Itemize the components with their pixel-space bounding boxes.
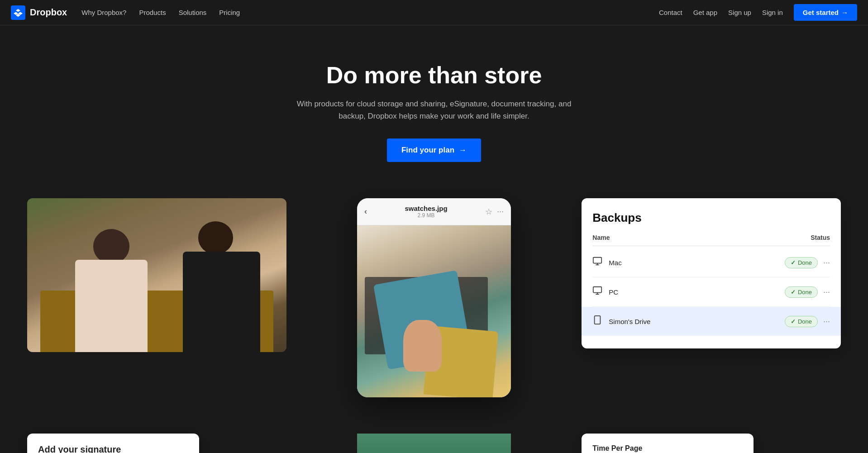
center-bottom bbox=[305, 434, 564, 453]
pc-device-name: PC bbox=[609, 288, 618, 296]
hero-photo bbox=[27, 198, 286, 352]
phone-title-area: swatches.jpg 2.9 MB bbox=[372, 205, 480, 219]
col-name-header: Name bbox=[592, 234, 610, 241]
mac-device-name: Mac bbox=[609, 259, 621, 267]
svg-rect-3 bbox=[593, 287, 601, 293]
phone-filesize: 2.9 MB bbox=[372, 212, 480, 219]
bottom-section: Add your signature Draw it in ∫ Time Per… bbox=[0, 434, 868, 453]
signature-card-wrapper: Add your signature Draw it in ∫ bbox=[27, 434, 286, 453]
navbar: Dropbox Why Dropbox? Products Solutions … bbox=[0, 0, 868, 25]
backup-row-right-simons: Done ··· bbox=[785, 316, 830, 327]
phone-more-icon[interactable]: ··· bbox=[497, 207, 504, 216]
backup-row-simons-drive: Simon's Drive Done ··· bbox=[582, 307, 841, 336]
person2-body bbox=[183, 252, 261, 353]
phone-continuation bbox=[357, 434, 511, 453]
hero-section: Do more than store With products for clo… bbox=[0, 25, 868, 189]
col-status-header: Status bbox=[811, 234, 830, 241]
backup-row-right-pc: Done ··· bbox=[785, 286, 830, 298]
pc-icon bbox=[592, 286, 602, 298]
find-plan-label: Find your plan bbox=[401, 146, 454, 155]
simons-drive-icon bbox=[592, 315, 602, 328]
time-chart-wrapper: Time Per Page bbox=[582, 434, 841, 453]
pc-status-badge: Done bbox=[785, 286, 818, 298]
monitor-icon bbox=[592, 256, 602, 266]
dropbox-logo-icon bbox=[14, 8, 23, 17]
pc-monitor-icon bbox=[592, 286, 602, 296]
phone-frame: ‹ swatches.jpg 2.9 MB ☆ ··· bbox=[357, 198, 511, 397]
nav-contact[interactable]: Contact bbox=[659, 9, 682, 16]
nav-right: Contact Get app Sign up Sign in Get star… bbox=[659, 4, 857, 21]
svg-rect-0 bbox=[593, 257, 601, 263]
nav-link-solutions[interactable]: Solutions bbox=[179, 9, 207, 16]
person1-head bbox=[93, 229, 129, 263]
hero-title: Do more than store bbox=[9, 62, 859, 89]
nav-get-app[interactable]: Get app bbox=[693, 9, 717, 16]
phone-tablet-icon bbox=[592, 315, 602, 325]
phone-image-content bbox=[357, 225, 511, 397]
hand-shape bbox=[403, 320, 442, 372]
person1-body bbox=[75, 260, 148, 352]
person2-head bbox=[198, 221, 233, 254]
backup-row-left-simons: Simon's Drive bbox=[592, 315, 650, 328]
hero-subtitle: With products for cloud storage and shar… bbox=[294, 98, 574, 122]
nav-link-why[interactable]: Why Dropbox? bbox=[81, 9, 126, 16]
mac-status-badge: Done bbox=[785, 257, 818, 268]
person1 bbox=[66, 229, 157, 352]
get-started-label: Get started bbox=[803, 9, 839, 16]
find-plan-button[interactable]: Find your plan → bbox=[387, 138, 481, 162]
nav-link-pricing[interactable]: Pricing bbox=[219, 9, 240, 16]
simons-drive-name: Simon's Drive bbox=[609, 318, 650, 325]
logo-text: Dropbox bbox=[30, 7, 67, 18]
pc-more-button[interactable]: ··· bbox=[823, 287, 830, 297]
find-plan-arrow: → bbox=[459, 146, 467, 155]
get-started-arrow: → bbox=[841, 9, 848, 16]
get-started-button[interactable]: Get started → bbox=[794, 4, 857, 21]
dropbox-logo-box bbox=[11, 5, 25, 20]
backup-row-right-mac: Done ··· bbox=[785, 257, 830, 268]
backup-row-left-pc: PC bbox=[592, 286, 618, 298]
time-title: Time Per Page bbox=[592, 444, 743, 453]
time-card: Time Per Page bbox=[582, 434, 754, 453]
mac-more-button[interactable]: ··· bbox=[823, 258, 830, 267]
svg-rect-6 bbox=[595, 316, 601, 324]
nav-links: Why Dropbox? Products Solutions Pricing bbox=[81, 9, 659, 16]
signature-card: Add your signature Draw it in ∫ bbox=[27, 434, 199, 453]
phone-header: ‹ swatches.jpg 2.9 MB ☆ ··· bbox=[357, 198, 511, 225]
nav-sign-in[interactable]: Sign in bbox=[762, 9, 783, 16]
phone-star-icon[interactable]: ☆ bbox=[485, 207, 492, 217]
nav-logo[interactable]: Dropbox bbox=[11, 5, 67, 20]
sig-title: Add your signature bbox=[38, 444, 188, 453]
simons-status-badge: Done bbox=[785, 316, 818, 327]
nav-sign-up[interactable]: Sign up bbox=[728, 9, 751, 16]
phone-filename: swatches.jpg bbox=[372, 205, 480, 212]
backup-row-mac: Mac Done ··· bbox=[592, 248, 830, 277]
phone-actions: ☆ ··· bbox=[485, 207, 504, 217]
photo-people-bg bbox=[27, 198, 286, 352]
backups-panel: Backups Name Status Mac Done ··· bbox=[582, 198, 841, 348]
backup-row-left-mac: Mac bbox=[592, 256, 621, 269]
simons-more-button[interactable]: ··· bbox=[823, 317, 830, 326]
content-grid: ‹ swatches.jpg 2.9 MB ☆ ··· Backups N bbox=[0, 189, 868, 434]
nav-link-products[interactable]: Products bbox=[139, 9, 166, 16]
person2 bbox=[183, 221, 261, 352]
phone-back-button[interactable]: ‹ bbox=[364, 207, 367, 216]
backups-header-row: Name Status bbox=[592, 234, 830, 246]
phone-preview: ‹ swatches.jpg 2.9 MB ☆ ··· bbox=[305, 198, 564, 397]
mac-icon bbox=[592, 256, 602, 269]
backups-title: Backups bbox=[592, 211, 830, 225]
backup-row-pc: PC Done ··· bbox=[592, 277, 830, 307]
